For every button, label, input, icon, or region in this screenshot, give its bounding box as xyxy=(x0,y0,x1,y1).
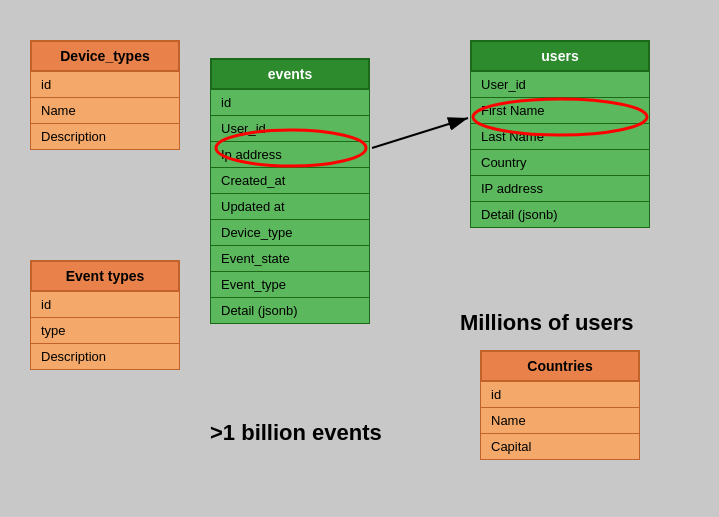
countries-table: Countries id Name Capital xyxy=(480,350,640,460)
svg-line-1 xyxy=(372,118,468,148)
device-types-table: Device_types id Name Description xyxy=(30,40,180,150)
table-row: Event_state xyxy=(210,246,370,272)
event-types-table: Event types id type Description xyxy=(30,260,180,370)
table-row: Device_type xyxy=(210,220,370,246)
users-annotation: Millions of users xyxy=(460,310,634,336)
table-row: id xyxy=(30,72,180,98)
table-row: Detail (jsonb) xyxy=(210,298,370,324)
device-types-header: Device_types xyxy=(30,40,180,72)
table-row: Description xyxy=(30,344,180,370)
table-row: Ip address xyxy=(210,142,370,168)
events-header: events xyxy=(210,58,370,90)
table-row: Detail (jsonb) xyxy=(470,202,650,228)
countries-header: Countries xyxy=(480,350,640,382)
table-row: IP address xyxy=(470,176,650,202)
table-row: Description xyxy=(30,124,180,150)
table-row: First Name xyxy=(470,98,650,124)
table-row: User_id xyxy=(210,116,370,142)
event-types-header: Event types xyxy=(30,260,180,292)
table-row: id xyxy=(210,90,370,116)
table-row: id xyxy=(30,292,180,318)
table-row: id xyxy=(480,382,640,408)
table-row: Updated at xyxy=(210,194,370,220)
table-row: Capital xyxy=(480,434,640,460)
events-table: events id User_id Ip address Created_at … xyxy=(210,58,370,324)
table-row: Created_at xyxy=(210,168,370,194)
events-annotation: >1 billion events xyxy=(210,420,382,446)
table-row: type xyxy=(30,318,180,344)
users-table: users User_id First Name Last Name Count… xyxy=(470,40,650,228)
table-row: Event_type xyxy=(210,272,370,298)
users-header: users xyxy=(470,40,650,72)
table-row: User_id xyxy=(470,72,650,98)
table-row: Last Name xyxy=(470,124,650,150)
table-row: Name xyxy=(30,98,180,124)
table-row: Name xyxy=(480,408,640,434)
table-row: Country xyxy=(470,150,650,176)
